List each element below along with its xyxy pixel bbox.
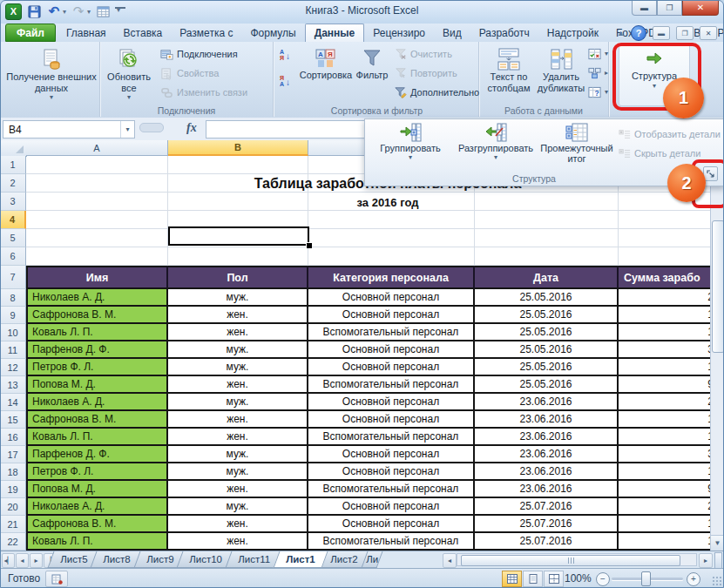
vertical-scrollbar-thumb[interactable] xyxy=(712,220,724,353)
resize-grip[interactable] xyxy=(712,576,721,585)
table-cell[interactable]: Основной персонал xyxy=(308,411,475,429)
table-cell[interactable]: Основной персонал xyxy=(308,307,475,324)
row-header-13[interactable]: 13 xyxy=(0,376,26,394)
empty-cell[interactable] xyxy=(619,229,724,247)
empty-cell[interactable] xyxy=(26,247,168,266)
empty-cell[interactable] xyxy=(308,247,475,266)
tab-формулы[interactable]: Формулы xyxy=(241,24,304,42)
empty-cell[interactable] xyxy=(26,229,168,247)
table-cell[interactable]: Основной персонал xyxy=(308,516,475,533)
empty-cell[interactable] xyxy=(475,247,619,266)
ungroup-button[interactable]: Разгруппировать ▾ xyxy=(452,121,539,161)
table-cell[interactable]: 2 xyxy=(619,498,724,516)
scroll-down-icon[interactable]: ▼ xyxy=(711,535,724,551)
table-cell[interactable]: 3 xyxy=(619,446,724,463)
name-box[interactable]: B4 ▾ xyxy=(3,120,135,139)
table-cell[interactable]: Вспомогательный персонал xyxy=(308,533,475,551)
doc-close-icon[interactable]: ✕ xyxy=(700,26,717,40)
normal-view-button[interactable] xyxy=(502,571,522,587)
tab-данные[interactable]: Данные xyxy=(305,24,365,42)
empty-cell[interactable] xyxy=(308,211,475,229)
table-header-cell[interactable]: Сумма зарабо xyxy=(619,266,724,289)
table-cell[interactable]: жен. xyxy=(168,307,308,324)
table-cell[interactable]: Попова М. Д. xyxy=(26,481,168,498)
macro-record-button[interactable] xyxy=(45,571,68,587)
empty-cell[interactable] xyxy=(475,229,619,247)
empty-cell[interactable] xyxy=(308,229,475,247)
table-cell[interactable]: жен. xyxy=(168,516,308,533)
doc-restore-icon[interactable]: ❐ xyxy=(676,26,694,40)
row-header-14[interactable]: 14 xyxy=(0,394,26,411)
empty-cell[interactable] xyxy=(619,211,724,229)
table-cell[interactable]: 23.06.2016 xyxy=(475,429,619,446)
insert-function-icon[interactable]: fx xyxy=(186,121,197,135)
table-cell[interactable]: муж. xyxy=(168,446,308,463)
name-box-dropdown-icon[interactable]: ▾ xyxy=(120,121,134,138)
table-cell[interactable]: муж. xyxy=(168,289,308,307)
table-cell[interactable]: Сафронова В. М. xyxy=(26,411,168,429)
show-detail-button[interactable]: Отобразить детали xyxy=(616,125,723,143)
sort-za-button[interactable]: ЯА ↓ xyxy=(277,71,293,92)
table-cell[interactable]: 25.05.2016 xyxy=(475,341,619,359)
zoom-level[interactable]: 100% xyxy=(565,572,592,585)
table-cell[interactable]: 23.06.2016 xyxy=(475,481,619,498)
table-cell[interactable]: Сафронова В. М. xyxy=(26,516,168,533)
table-cell[interactable]: Петров Ф. Л. xyxy=(26,359,168,376)
table-cell[interactable]: Вспомогательный персонал xyxy=(308,324,475,341)
tab-рецензиро[interactable]: Рецензиро xyxy=(364,24,434,42)
row-header-18[interactable]: 18 xyxy=(0,463,26,481)
table-cell[interactable]: муж. xyxy=(168,498,308,516)
table-cell[interactable]: 1 xyxy=(619,429,724,446)
selected-cell-outline[interactable] xyxy=(168,226,309,246)
table-cell[interactable]: Парфенов Д. Ф. xyxy=(26,446,168,463)
table-cell[interactable]: 3 xyxy=(619,341,724,359)
sort-button[interactable]: АЯ Сортировка xyxy=(300,44,352,108)
hscroll-left-icon[interactable]: ◂ xyxy=(443,553,457,568)
row-header-9[interactable]: 9 xyxy=(0,307,26,324)
table-header-cell[interactable]: Имя xyxy=(26,266,168,289)
row-header-11[interactable]: 11 xyxy=(0,341,26,359)
consolidate-button[interactable]: ▸ xyxy=(587,64,609,82)
table-cell[interactable]: Николаев А. Д. xyxy=(26,289,168,307)
fill-handle[interactable] xyxy=(306,242,312,248)
row-header-10[interactable]: 10 xyxy=(0,324,26,341)
table-cell[interactable]: 1 xyxy=(619,411,724,429)
column-header-A[interactable]: A xyxy=(26,140,168,156)
table-cell[interactable]: жен. xyxy=(168,411,308,429)
row-header-12[interactable]: 12 xyxy=(0,359,26,376)
row-header-4[interactable]: 4 xyxy=(0,211,26,229)
formula-input[interactable] xyxy=(206,120,366,139)
formula-bar-splitter[interactable] xyxy=(139,123,164,132)
table-cell[interactable]: Вспомогательный персонал xyxy=(308,429,475,446)
table-cell[interactable]: 23.06.2016 xyxy=(475,446,619,463)
row-header-1[interactable]: 1 xyxy=(0,156,26,174)
tab-splitter[interactable] xyxy=(714,552,722,569)
filter-button[interactable]: Фильтр xyxy=(352,44,392,108)
select-all-corner[interactable] xyxy=(0,140,27,157)
row-header-15[interactable]: 15 xyxy=(0,411,26,429)
table-cell[interactable]: Попова М. Д. xyxy=(26,376,168,394)
get-external-data-button[interactable]: Получение внешних данных ▾ xyxy=(4,44,98,108)
table-cell[interactable]: Сафронова В. М. xyxy=(26,307,168,324)
table-cell[interactable]: Основной персонал xyxy=(308,289,475,307)
what-if-analysis-button[interactable]: ? ▾ xyxy=(587,84,609,101)
table-cell[interactable]: Петров Ф. Л. xyxy=(26,463,168,481)
restore-button[interactable]: ❐ xyxy=(657,0,682,16)
table-cell[interactable]: Основной персонал xyxy=(308,498,475,516)
help-icon[interactable]: ? xyxy=(631,25,646,41)
table-cell[interactable]: жен. xyxy=(168,324,308,341)
table-header-cell[interactable]: Категория персонала xyxy=(308,266,475,289)
table-cell[interactable]: муж. xyxy=(168,359,308,376)
edit-links-button[interactable]: Изменить связи xyxy=(158,84,250,101)
refresh-all-button[interactable]: Обновить все ▾ xyxy=(104,44,154,108)
hscroll-right-icon[interactable]: ▸ xyxy=(699,553,713,568)
tab-разметка-с[interactable]: Разметка с xyxy=(171,24,241,42)
table-cell[interactable]: Николаев А. Д. xyxy=(26,394,168,411)
table-cell[interactable]: муж. xyxy=(168,463,308,481)
sort-az-button[interactable]: АЯ ↓ xyxy=(277,45,293,66)
table-cell[interactable]: 25.05.2016 xyxy=(475,324,619,341)
row-header-17[interactable]: 17 xyxy=(0,446,26,463)
table-cell[interactable]: 23.06.2016 xyxy=(475,463,619,481)
table-cell[interactable]: 25.05.2016 xyxy=(475,376,619,394)
table-cell[interactable]: 1 xyxy=(619,307,724,324)
